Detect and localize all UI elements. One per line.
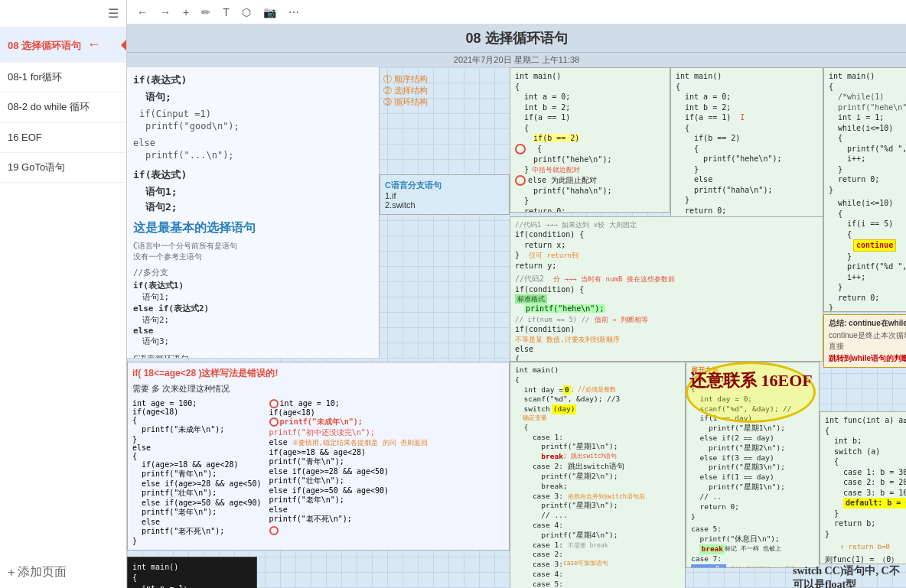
- code-1-printf: printf("haha\n");: [515, 186, 665, 197]
- sdp-14: printf("星期4\n");: [515, 531, 680, 541]
- sidebar-item-08[interactable]: 08 选择循环语句 ←: [0, 28, 126, 63]
- sdr-case7: case 7:: [691, 554, 814, 564]
- page-title-text: 08 选择循环语句: [465, 31, 567, 46]
- big-oval-text-content: 还意联系 16EOF: [689, 371, 813, 390]
- cp2-11: else: [676, 174, 818, 185]
- case8-highlight: case 8:: [691, 564, 726, 568]
- cp2-13: }: [676, 195, 818, 206]
- sap-2: {: [825, 426, 906, 437]
- code-1-line-1: int main(): [515, 71, 665, 82]
- sdr-10: printf("星期3\n");: [691, 463, 814, 473]
- sap-func-call: 则func(1) = （0）: [825, 554, 906, 564]
- struct-3: ③ 循环结构: [383, 96, 428, 108]
- branch-info-panel: C语言分支语句 1.if 2.switch: [380, 174, 510, 215]
- sidebar-item-19[interactable]: 19 GoTo语句: [0, 153, 126, 183]
- cp3-20: }: [829, 282, 906, 293]
- sidebar-item-16[interactable]: 16 EOF: [0, 123, 126, 153]
- add-icon: +: [8, 566, 15, 580]
- left-code-panel: if(表达式) 语句; if(Cinput =1) printf("good\n…: [127, 67, 380, 358]
- code-1-return: return 0;: [515, 206, 665, 213]
- cp2-1: int main(): [676, 71, 818, 82]
- sdp-15: case 1: 不需要 break: [515, 541, 680, 551]
- cp-mid-4: return y;: [515, 261, 818, 271]
- sap-4: switch (a): [825, 447, 906, 457]
- add-page-button[interactable]: + 添加页面: [0, 557, 126, 588]
- sap-7: case 2: b = 20;: [825, 477, 906, 488]
- cp-mid-10: {: [515, 354, 818, 362]
- cp3-2: {: [829, 82, 906, 93]
- add-button[interactable]: +: [179, 5, 193, 20]
- cp-mid-9: else: [515, 344, 818, 355]
- cp-mid-7: printf("hehe\n");: [515, 304, 818, 314]
- bbc-1: int main(): [132, 562, 252, 573]
- sdp-switch: switch (day): [515, 404, 680, 414]
- code-1-line-10: }: [515, 164, 529, 175]
- sap-11: }: [825, 529, 906, 540]
- else-keyword: else: [133, 138, 373, 148]
- cp3-7: {: [829, 133, 906, 144]
- code-1-line-6: {: [515, 123, 665, 134]
- sdp-18: case 5:: [515, 580, 680, 588]
- sdp-day: int day = 0 ; //必须是整数: [515, 385, 680, 395]
- age-subtitle: 需要 多 次来处理这种情况: [132, 383, 504, 395]
- cp3-8: printf("%d ", i);: [829, 144, 906, 154]
- else-if-code: else if(表达式2): [133, 303, 373, 314]
- age-code-columns: int age = 100; if(age<18) { printf("未成年\…: [132, 399, 504, 545]
- age-code-right: int age = 10; if(age<18) printf("未成年\n")…: [269, 399, 428, 545]
- cp2-2: {: [676, 82, 818, 93]
- sdp-2: {: [515, 375, 680, 385]
- page-meta: 2021年7月20日 星期二 上午11:38: [127, 53, 906, 67]
- sdp-1: int main(): [515, 365, 680, 375]
- loop-types: C语言循环语句 1.while 2.for语句 3.do...while语句: [133, 353, 373, 358]
- code-1-line-2: {: [515, 82, 665, 93]
- cp-mid-stdform: 标准格式: [515, 294, 818, 304]
- circle-annot-1: [269, 399, 279, 408]
- sidebar-item-08-label: 08 选择循环语句: [8, 40, 81, 51]
- if-syntax-2-stmt2: 语句2;: [145, 200, 373, 214]
- red-arrow-icon: ←: [87, 37, 101, 52]
- sidebar-toggle-icon[interactable]: ☰: [108, 6, 119, 21]
- cp2-9: printf("hehe\n");: [676, 154, 818, 164]
- day-switch-highlight: (day): [552, 404, 577, 414]
- code-panel-2: int main() { int a = 0; int b = 2; if(a …: [670, 67, 823, 220]
- age-code-left: int age = 100; if(age<18) { printf("未成年\…: [132, 399, 262, 545]
- printf-hehe-highlight: printf("hehe\n");: [524, 304, 605, 313]
- sdr-case5-section: case 5: printf("休息日\n"); break 标记 不一样 也被…: [691, 525, 814, 554]
- cp2-10: }: [676, 164, 818, 175]
- multi-branch-code: if(表达式1): [133, 280, 373, 291]
- cp-mid-3: } 仅可 return到: [515, 250, 818, 261]
- notes-page: 08 选择循环语句 2021年7月20日 星期二 上午11:38 if(表达式)…: [127, 24, 906, 588]
- bottom-black-code: int main() { int n = 1; int m = 2; switc…: [127, 557, 257, 588]
- multi-stmt1: 语句1;: [142, 291, 373, 303]
- cp-mid-6: if(condition) {: [515, 284, 818, 295]
- sidebar-item-08-1[interactable]: 08-1 for循环: [0, 63, 126, 93]
- default-sap-highlight: default: b = 0;: [843, 498, 906, 508]
- branch-1: 1.if: [385, 191, 504, 200]
- bbc-2: {: [132, 573, 252, 583]
- toolbar: ← → + ✏ T ⬡ 📷 ⋯: [127, 0, 906, 24]
- more-button[interactable]: ⋯: [285, 5, 303, 20]
- shape-button[interactable]: ⬡: [238, 5, 255, 20]
- struct-1: ① 顺序结构: [383, 73, 428, 85]
- cp3-15: if(i == 5): [829, 219, 906, 229]
- cp3-12: }: [829, 185, 906, 196]
- photo-button[interactable]: 📷: [259, 5, 280, 20]
- cp3-16: {: [829, 229, 906, 240]
- forward-button[interactable]: →: [156, 5, 174, 20]
- age-title: if( 18<=age<28 )这样写法是错误的!: [132, 367, 504, 380]
- sidebar: ☰ 08 选择循环语句 ← 08-1 for循环 08-2 do while 循…: [0, 0, 127, 588]
- summary-text-2: 跳转到while语句的判断部分,进行下一次循环的入口判断。: [829, 353, 906, 364]
- pen-button[interactable]: ✏: [197, 5, 214, 20]
- cp3-17: }: [829, 252, 906, 262]
- back-button[interactable]: ←: [133, 5, 152, 20]
- branch-title: C语言分支语句: [385, 180, 504, 191]
- sdr-8: printf("星期2\n");: [691, 443, 814, 453]
- cp3-3: /*while(1): [829, 92, 906, 102]
- break-color-note: 标记 不一样 也被上: [725, 545, 781, 554]
- sidebar-item-08-2[interactable]: 08-2 do while 循环: [0, 93, 126, 122]
- multi-branch-comment: //多分支: [133, 267, 373, 278]
- c-lang-note: C语言中一个分号前所有是语句没有一个参考主语句: [133, 241, 373, 262]
- text-button[interactable]: T: [219, 5, 233, 20]
- sdp-11: printf("星期3\n");: [515, 501, 680, 511]
- big-oval-text: 还意联系 16EOF: [689, 369, 813, 392]
